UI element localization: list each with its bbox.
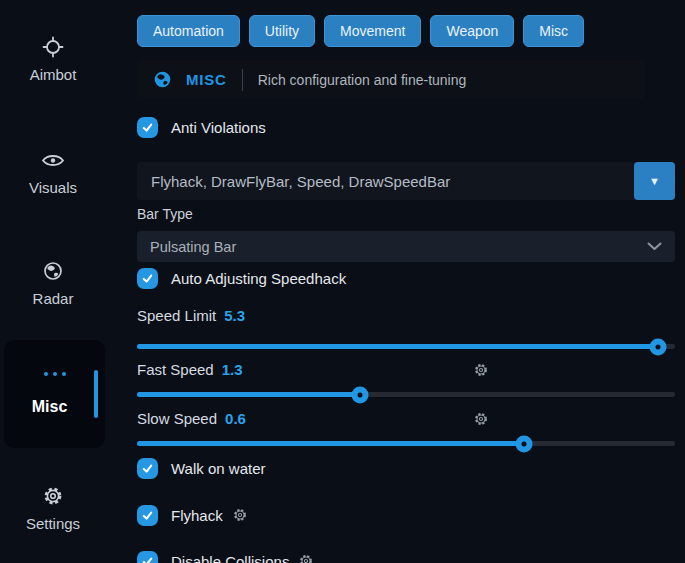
sidebar-item-label: Visuals bbox=[29, 179, 77, 196]
fast-speed-gear-icon[interactable] bbox=[473, 362, 489, 378]
section-title: MISC bbox=[186, 71, 227, 88]
crosshair-icon bbox=[42, 36, 64, 58]
tab-automation[interactable]: Automation bbox=[137, 15, 240, 47]
flyhack-row[interactable]: Flyhack bbox=[137, 504, 248, 526]
ellipsis-icon bbox=[44, 372, 66, 376]
slow-speed-label-row: Slow Speed 0.6 bbox=[137, 410, 246, 427]
fast-speed-label-row: Fast Speed 1.3 bbox=[137, 361, 243, 378]
flyhack-checkbox[interactable] bbox=[137, 505, 158, 526]
anti-violations-row[interactable]: Anti Violations bbox=[137, 116, 266, 138]
chevron-down-icon bbox=[647, 242, 662, 251]
section-header: MISC Rich configuration and fine-tuning bbox=[137, 60, 645, 99]
fast-speed-value: 1.3 bbox=[222, 361, 243, 378]
feature-multiselect[interactable]: Flyhack, DrawFlyBar, Speed, DrawSpeedBar… bbox=[137, 162, 675, 200]
cheat-menu-window: Aimbot Visuals Radar Mi bbox=[0, 0, 685, 563]
bar-type-label: Bar Type bbox=[137, 206, 193, 222]
disable-collisions-checkbox[interactable] bbox=[137, 551, 158, 563]
sidebar-item-visuals[interactable]: Visuals bbox=[0, 149, 106, 196]
sidebar-item-settings[interactable]: Settings bbox=[0, 485, 106, 532]
walk-on-water-label: Walk on water bbox=[171, 460, 265, 477]
flyhack-label: Flyhack bbox=[171, 507, 223, 524]
slow-speed-value: 0.6 bbox=[225, 410, 246, 427]
sidebar-item-label: Settings bbox=[26, 515, 80, 532]
speed-limit-value: 5.3 bbox=[224, 307, 245, 324]
disable-collisions-gear-icon[interactable] bbox=[298, 553, 314, 563]
category-tabs: Automation Utility Movement Weapon Misc bbox=[137, 15, 584, 47]
anti-violations-label: Anti Violations bbox=[171, 119, 266, 136]
speed-limit-label: Speed Limit bbox=[137, 307, 216, 324]
globe-icon bbox=[42, 260, 64, 282]
walk-on-water-row[interactable]: Walk on water bbox=[137, 457, 265, 479]
tab-movement[interactable]: Movement bbox=[324, 15, 421, 47]
fast-speed-label: Fast Speed bbox=[137, 361, 214, 378]
sidebar-item-label: Aimbot bbox=[30, 66, 77, 83]
slow-speed-slider-handle[interactable] bbox=[516, 435, 533, 452]
sidebar-item-misc-active[interactable]: Misc bbox=[4, 340, 105, 448]
feature-multiselect-value: Flyhack, DrawFlyBar, Speed, DrawSpeedBar bbox=[137, 173, 634, 190]
tab-misc[interactable]: Misc bbox=[523, 15, 584, 47]
sidebar-item-aimbot[interactable]: Aimbot bbox=[0, 36, 106, 83]
speed-limit-slider-handle[interactable] bbox=[649, 338, 666, 355]
multiselect-dropdown-button[interactable]: ▼ bbox=[634, 162, 675, 200]
eye-icon bbox=[41, 149, 65, 171]
content-panel: Automation Utility Movement Weapon Misc … bbox=[137, 0, 675, 563]
header-divider bbox=[242, 69, 243, 91]
slider-fill bbox=[137, 392, 360, 397]
disable-collisions-label: Disable Collisions bbox=[171, 553, 289, 563]
bar-type-selected-value: Pulsating Bar bbox=[150, 239, 647, 255]
gear-icon bbox=[42, 485, 64, 507]
tab-weapon[interactable]: Weapon bbox=[430, 15, 514, 47]
active-indicator-bar bbox=[94, 370, 98, 418]
fast-speed-slider-handle[interactable] bbox=[351, 386, 368, 403]
slider-fill bbox=[137, 441, 524, 446]
slow-speed-gear-icon[interactable] bbox=[473, 411, 489, 427]
speed-limit-label-row: Speed Limit 5.3 bbox=[137, 307, 245, 324]
slow-speed-label: Slow Speed bbox=[137, 410, 217, 427]
auto-adjusting-speedhack-label: Auto Adjusting Speedhack bbox=[171, 270, 346, 287]
section-subtitle: Rich configuration and fine-tuning bbox=[258, 72, 467, 88]
fast-speed-slider[interactable] bbox=[137, 392, 675, 397]
flyhack-gear-icon[interactable] bbox=[232, 507, 248, 523]
disable-collisions-row[interactable]: Disable Collisions bbox=[137, 550, 314, 563]
speed-limit-slider[interactable] bbox=[137, 344, 675, 349]
globe-icon bbox=[153, 70, 172, 89]
triangle-down-icon: ▼ bbox=[649, 175, 660, 187]
auto-adjusting-speedhack-checkbox[interactable] bbox=[137, 268, 158, 289]
auto-adjusting-speedhack-row[interactable]: Auto Adjusting Speedhack bbox=[137, 267, 346, 289]
slider-fill bbox=[137, 344, 658, 349]
walk-on-water-checkbox[interactable] bbox=[137, 458, 158, 479]
sidebar-item-label: Misc bbox=[4, 398, 95, 416]
sidebar-item-radar[interactable]: Radar bbox=[0, 260, 106, 307]
slow-speed-slider[interactable] bbox=[137, 441, 675, 446]
sidebar: Aimbot Visuals Radar Mi bbox=[0, 0, 118, 563]
anti-violations-checkbox[interactable] bbox=[137, 117, 158, 138]
tab-utility[interactable]: Utility bbox=[249, 15, 315, 47]
bar-type-dropdown[interactable]: Pulsating Bar bbox=[137, 231, 675, 262]
sidebar-item-label: Radar bbox=[33, 290, 74, 307]
